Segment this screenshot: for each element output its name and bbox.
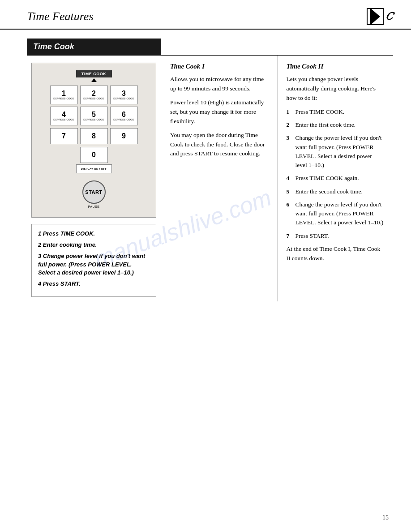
key-6-label: EXPRESS COOK <box>113 118 134 121</box>
start-button[interactable]: START <box>82 180 106 204</box>
key-6-number: 6 <box>122 111 126 118</box>
keypad-container: TIME COOK 1 EXPRESS COOK 2 EXPRESS COOK … <box>31 63 156 218</box>
start-button-container: START PAUSE <box>82 180 106 208</box>
arrow-up-icon <box>91 78 97 82</box>
instruction-step3: 3 Change power level if you don't want f… <box>38 252 150 278</box>
key-0[interactable]: 0 <box>80 147 108 163</box>
key-3-label: EXPRESS COOK <box>113 97 134 100</box>
key-5[interactable]: 5 EXPRESS COOK <box>80 107 108 125</box>
page-header: Time Features 𝐶 <box>0 0 411 30</box>
key-6[interactable]: 6 EXPRESS COOK <box>110 107 138 125</box>
time-cook-II-closing: At the end of Time Cook I, Time Cook II … <box>287 245 385 263</box>
pause-label: PAUSE <box>88 205 100 208</box>
main-content: Time Cook TIME COOK 1 EXPRESS COOK 2 EXP… <box>0 30 411 310</box>
key-4[interactable]: 4 EXPRESS COOK <box>50 107 78 125</box>
key-4-label: EXPRESS COOK <box>53 118 74 121</box>
tc2-step-7: 7Press START. <box>287 232 385 240</box>
left-panel: TIME COOK 1 EXPRESS COOK 2 EXPRESS COOK … <box>27 56 161 301</box>
time-cook-II-body: Lets you change power levels automatical… <box>287 75 385 263</box>
key-1-number: 1 <box>62 90 66 97</box>
key-3[interactable]: 3 EXPRESS COOK <box>110 86 138 104</box>
display-on-off-button[interactable]: DISPLAY ON / OFF <box>76 164 112 173</box>
keypad-grid-top: 1 EXPRESS COOK 2 EXPRESS COOK 3 EXPRESS … <box>50 86 138 125</box>
keypad-row-7-9: 7 8 9 <box>50 128 138 144</box>
time-cook-I-body: Allows you to microwave for any time up … <box>170 75 268 159</box>
time-cook-I-para1: Allows you to microwave for any time up … <box>170 75 268 94</box>
tc2-step-3: 3Change the power level if you don't wan… <box>287 133 385 170</box>
key-2-number: 2 <box>92 90 96 97</box>
section-header: Time Cook <box>27 39 161 55</box>
time-cook-I-column: Time Cook I Allows you to microwave for … <box>161 56 278 301</box>
key-9[interactable]: 9 <box>110 128 138 144</box>
tc2-step-5: 5Enter the second cook time. <box>287 187 385 196</box>
time-cook-II-steps: 1Press TIME COOK. 2Enter the first cook … <box>287 107 385 240</box>
key-0-number: 0 <box>92 151 96 159</box>
key-8[interactable]: 8 <box>80 128 108 144</box>
instruction-step1: 1 Press TIME COOK. <box>38 230 150 238</box>
key-7[interactable]: 7 <box>50 128 78 144</box>
zero-row: 0 DISPLAY ON / OFF <box>76 147 112 173</box>
key-5-label: EXPRESS COOK <box>83 118 104 121</box>
section-title: Time Cook <box>33 42 74 51</box>
time-cook-II-intro: Lets you change power levels automatical… <box>287 75 385 103</box>
time-cook-I-para3: You may open the door during Time Cook t… <box>170 131 268 159</box>
instruction-step2: 2 Enter cooking time. <box>38 241 150 249</box>
key-1-label: EXPRESS COOK <box>53 97 74 100</box>
right-panel: Time Cook I Allows you to microwave for … <box>161 56 393 301</box>
time-cook-I-para2: Power level 10 (High) is automatically s… <box>170 98 268 126</box>
time-cook-II-column: Time Cook II Lets you change power level… <box>278 56 394 301</box>
key-1[interactable]: 1 EXPRESS COOK <box>50 86 78 104</box>
page-title: Time Features <box>27 10 94 23</box>
page-number: 15 <box>382 514 389 521</box>
key-2[interactable]: 2 EXPRESS COOK <box>80 86 108 104</box>
logo-box <box>367 8 384 25</box>
key-3-number: 3 <box>122 90 126 97</box>
tc2-step-4: 4Press TIME COOK again. <box>287 174 385 183</box>
header-logo: 𝐶 <box>367 8 393 25</box>
tc2-step-1: 1Press TIME COOK. <box>287 107 385 116</box>
instructions-box: 1 Press TIME COOK. 2 Enter cooking time.… <box>31 224 156 297</box>
time-cook-I-title: Time Cook I <box>170 63 268 70</box>
time-cook-II-title: Time Cook II <box>287 63 385 70</box>
time-cook-label: TIME COOK <box>76 70 112 77</box>
logo-arrow-icon <box>370 8 380 25</box>
key-2-label: EXPRESS COOK <box>83 97 104 100</box>
key-5-number: 5 <box>92 111 96 118</box>
tc2-step-2: 2Enter the first cook time. <box>287 120 385 129</box>
tc2-step-6: 6Change the power level if you don't wan… <box>287 200 385 227</box>
instruction-step4: 4 Press START. <box>38 280 150 288</box>
logo-c-icon: 𝐶 <box>385 12 393 21</box>
key-4-number: 4 <box>62 111 66 118</box>
content-area: TIME COOK 1 EXPRESS COOK 2 EXPRESS COOK … <box>27 55 393 301</box>
